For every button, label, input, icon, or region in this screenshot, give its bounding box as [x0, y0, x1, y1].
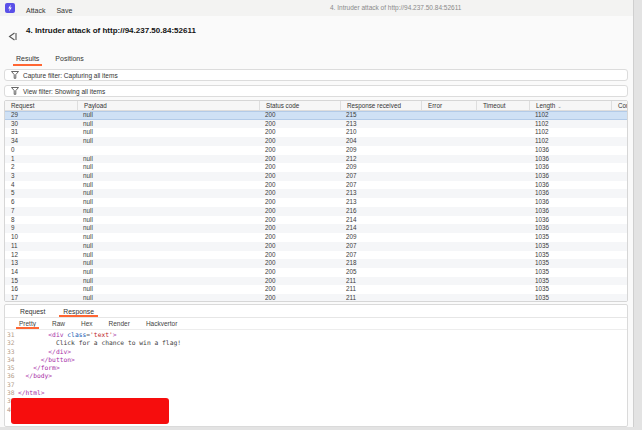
results-table: RequestPayloadStatus codeResponse receiv…	[4, 100, 628, 302]
table-row[interactable]: 4null2002071036	[5, 181, 627, 190]
code-token: </div>	[18, 348, 71, 355]
editor-tab-response[interactable]: Response	[54, 305, 103, 317]
table-row[interactable]: 9null2002141036	[5, 224, 627, 233]
table-cell: 8	[5, 216, 77, 225]
table-cell: 0	[5, 146, 77, 155]
table-cell: 200	[259, 251, 340, 260]
table-cell: 1036	[529, 207, 611, 216]
table-cell	[421, 224, 476, 233]
table-row[interactable]: 02002091036	[5, 146, 627, 155]
menu-item-attack[interactable]: Attack	[26, 7, 45, 14]
table-cell: 212	[340, 155, 421, 164]
column-header-comment[interactable]: Comment	[611, 101, 627, 110]
table-cell: null	[77, 216, 259, 225]
editor-tab-request[interactable]: Request	[11, 305, 54, 317]
code-line: 31 <div class='text'>	[5, 331, 627, 339]
response-code-area[interactable]: 31 <div class='text'>32 Click for a chan…	[5, 330, 627, 427]
code-token: 'text'	[90, 331, 113, 338]
editor-subtab-hex[interactable]: Hex	[73, 318, 101, 329]
code-text: </form>	[18, 364, 60, 372]
column-header-status-code[interactable]: Status code	[259, 101, 340, 110]
code-token: </form>	[18, 364, 60, 371]
column-header-request[interactable]: Request	[5, 101, 77, 110]
table-cell: 1035	[529, 285, 611, 294]
table-cell: 200	[259, 163, 340, 172]
tab-results[interactable]: Results	[8, 52, 47, 66]
table-row[interactable]: 34null2002041102	[5, 137, 627, 146]
code-line: 36 </body>	[5, 372, 627, 380]
table-cell: 200	[259, 216, 340, 225]
table-row[interactable]: 3null2002071036	[5, 172, 627, 181]
table-cell	[421, 111, 476, 120]
tab-positions[interactable]: Positions	[47, 52, 91, 66]
table-row[interactable]: 29null2002151102	[5, 111, 627, 120]
table-cell	[421, 285, 476, 294]
column-header-error[interactable]: Error	[421, 101, 476, 110]
column-header-length[interactable]: Length⌄	[529, 101, 611, 110]
table-cell	[421, 259, 476, 268]
table-cell	[421, 233, 476, 242]
table-cell: null	[77, 111, 259, 120]
table-row[interactable]: 14null2002051035	[5, 268, 627, 277]
table-cell: 207	[340, 251, 421, 260]
table-cell	[476, 259, 529, 268]
code-token: </html>	[18, 389, 45, 396]
burp-suite-icon	[5, 3, 15, 13]
column-header-timeout[interactable]: Timeout	[476, 101, 529, 110]
capture-filter-bar[interactable]: Capture filter: Capturing all items	[4, 69, 628, 81]
table-row[interactable]: 15null2002111035	[5, 277, 627, 286]
menu-item-save[interactable]: Save	[56, 7, 72, 14]
column-header-label: Payload	[84, 102, 107, 109]
table-row[interactable]: 16null2002111035	[5, 285, 627, 294]
table-row[interactable]: 31null2002101102	[5, 128, 627, 137]
table-row[interactable]: 2null2002091036	[5, 163, 627, 172]
table-row[interactable]: 30null2002131102	[5, 120, 627, 129]
table-cell: null	[77, 137, 259, 146]
editor-subtab-render[interactable]: Render	[101, 318, 138, 329]
table-row[interactable]: 7null2002161036	[5, 207, 627, 216]
table-cell	[421, 146, 476, 155]
editor-subtab-pretty[interactable]: Pretty	[11, 318, 44, 329]
table-cell: null	[77, 251, 259, 260]
table-cell: 1035	[529, 242, 611, 251]
editor-tabs: RequestResponse	[5, 305, 627, 318]
sort-indicator-icon[interactable]: ⌄	[557, 103, 562, 109]
table-cell: 200	[259, 146, 340, 155]
attack-window-icon	[8, 27, 18, 45]
table-cell: 6	[5, 198, 77, 207]
table-cell: 200	[259, 137, 340, 146]
table-cell	[476, 285, 529, 294]
table-cell	[421, 120, 476, 129]
column-header-response-received[interactable]: Response received	[340, 101, 421, 110]
table-cell: 1035	[529, 277, 611, 286]
table-cell: 14	[5, 268, 77, 277]
table-row[interactable]: 17null2002111035	[5, 294, 627, 302]
table-cell	[476, 111, 529, 120]
table-row[interactable]: 5null2002131036	[5, 189, 627, 198]
view-filter-label: View filter: Showing all items	[23, 88, 105, 95]
column-header-payload[interactable]: Payload	[77, 101, 259, 110]
redaction-overlay	[11, 398, 169, 424]
table-row[interactable]: 10null2002091035	[5, 233, 627, 242]
table-row[interactable]: 11null2002071035	[5, 242, 627, 251]
table-cell	[476, 233, 529, 242]
table-cell: 7	[5, 207, 77, 216]
table-cell: 9	[5, 224, 77, 233]
table-cell: 3	[5, 172, 77, 181]
column-header-label: Comment	[618, 102, 627, 109]
view-filter-bar[interactable]: View filter: Showing all items	[4, 85, 628, 97]
table-row[interactable]: 1null2002121036	[5, 155, 627, 164]
table-row[interactable]: 8null2002141036	[5, 216, 627, 225]
table-cell	[611, 277, 627, 286]
table-cell: 1035	[529, 233, 611, 242]
table-cell	[77, 146, 259, 155]
table-row[interactable]: 6null2002131036	[5, 198, 627, 207]
editor-subtab-raw[interactable]: Raw	[44, 318, 73, 329]
code-token: Click for a chance to win a flag!	[18, 339, 181, 346]
editor-subtab-hackvertor[interactable]: Hackvertor	[138, 318, 185, 329]
table-cell	[421, 155, 476, 164]
table-row[interactable]: 13null2002181035	[5, 259, 627, 268]
column-header-label: Timeout	[483, 102, 506, 109]
table-cell	[476, 277, 529, 286]
table-row[interactable]: 12null2002071035	[5, 251, 627, 260]
